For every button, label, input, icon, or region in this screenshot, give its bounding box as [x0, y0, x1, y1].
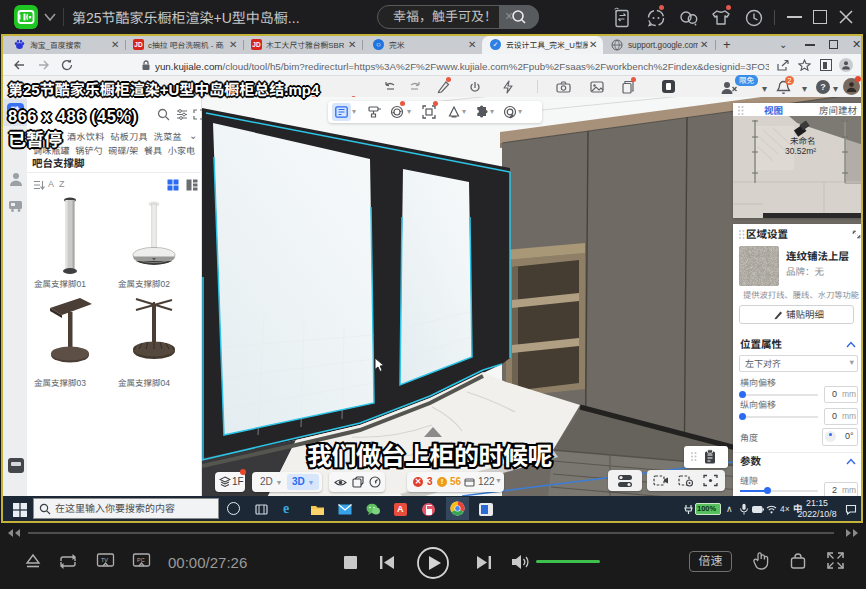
svg-text:TV: TV: [101, 557, 108, 563]
svg-text:PC: PC: [137, 557, 145, 563]
